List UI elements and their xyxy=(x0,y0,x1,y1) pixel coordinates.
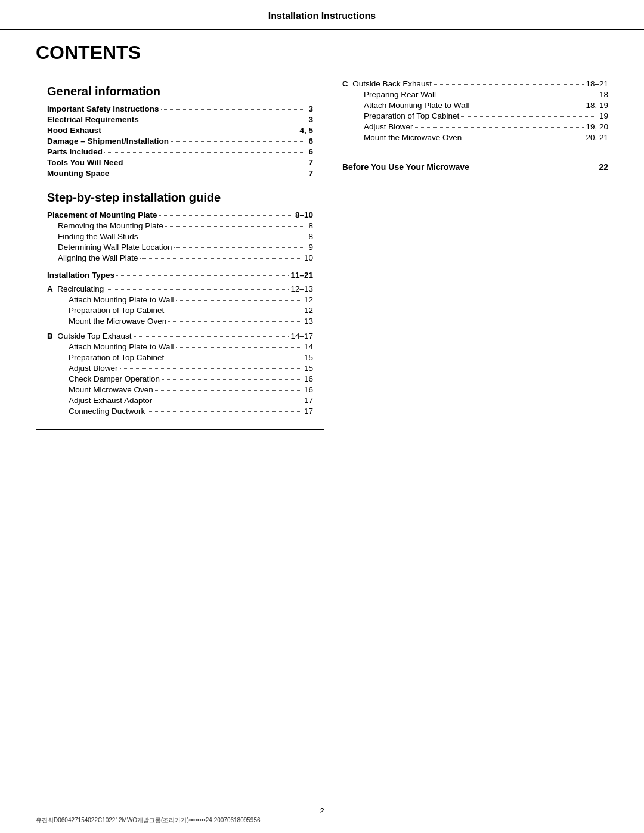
section-a-items: Attach Mounting Plate to Wall 12 Prepara… xyxy=(47,295,313,326)
rt-dots xyxy=(434,84,584,85)
toc-label: Hood Exhaust xyxy=(47,126,101,135)
toc-b-check-damper: Check Damper Operation 16 xyxy=(69,374,313,383)
installation-types-section: Installation Types 11–21 A Recirculating… xyxy=(47,271,313,416)
rt-dots xyxy=(471,106,584,106)
rt-label: Before You Use Your Microwave xyxy=(342,162,469,172)
toc-dots xyxy=(165,226,306,227)
toc-page: 3 xyxy=(308,115,313,124)
step-section: Step-by-step installation guide Placemen… xyxy=(47,191,313,416)
toc-dots xyxy=(166,358,302,358)
toc-page: 6 xyxy=(308,137,313,145)
toc-dots xyxy=(154,401,302,401)
toc-page: 12 xyxy=(304,306,313,315)
rt-page: 19, 20 xyxy=(586,122,608,131)
toc-page: 14–17 xyxy=(290,332,313,340)
toc-c-attach-plate: Attach Mounting Plate to Wall 18, 19 xyxy=(364,101,608,110)
toc-page: 16 xyxy=(304,385,313,394)
section-b: B Outside Top Exhaust 14–17 Attach Mount… xyxy=(47,332,313,416)
toc-page: 12 xyxy=(304,295,313,304)
toc-label: Attach Mounting Plate to Wall xyxy=(69,342,174,351)
toc-label: Mounting Space xyxy=(47,169,109,178)
toc-dots xyxy=(162,379,302,380)
contents-title: CONTENTS xyxy=(36,42,608,64)
rt-page: 18, 19 xyxy=(586,101,608,110)
toc-page: 3 xyxy=(308,104,313,113)
toc-label: Connecting Ductwork xyxy=(69,407,145,416)
toc-label: A Recirculating xyxy=(47,284,104,293)
toc-c-preparing-rear: Preparing Rear Wall 18 xyxy=(364,90,608,99)
toc-label: Aligning the Wall Plate xyxy=(58,253,138,262)
page-header: Installation Instructions xyxy=(0,0,644,30)
two-col-layout: General information Important Safety Ins… xyxy=(36,75,608,430)
toc-label: Preparation of Top Cabinet xyxy=(69,353,164,362)
toc-label: Electrical Requirements xyxy=(47,115,139,124)
toc-a-mount-oven: Mount the Microwave Oven 13 xyxy=(69,317,313,326)
toc-aligning-plate: Aligning the Wall Plate 10 xyxy=(58,253,313,262)
general-info-section: General information Important Safety Ins… xyxy=(47,85,313,178)
toc-label: Installation Types xyxy=(47,271,114,280)
toc-tools: Tools You Will Need 7 xyxy=(47,158,313,167)
toc-page: 16 xyxy=(304,374,313,383)
toc-placement: Placement of Mounting Plate 8–10 xyxy=(47,210,313,219)
rt-label: Attach Mounting Plate to Wall xyxy=(364,101,469,110)
toc-b-attach-plate: Attach Mounting Plate to Wall 14 xyxy=(69,342,313,351)
page-content: CONTENTS General information Important S… xyxy=(0,42,644,430)
left-column: General information Important Safety Ins… xyxy=(36,75,324,430)
toc-label: Removing the Mounting Plate xyxy=(58,221,163,230)
rt-label: Preparing Rear Wall xyxy=(364,90,436,99)
toc-label: Finding the Wall Studs xyxy=(58,232,138,241)
toc-hood-exhaust: Hood Exhaust 4, 5 xyxy=(47,126,313,135)
rt-dots xyxy=(438,95,597,95)
rt-dots xyxy=(415,127,584,128)
toc-c-mount-oven: Mount the Microwave Oven 20, 21 xyxy=(364,133,608,142)
toc-label: Preparation of Top Cabinet xyxy=(69,306,164,315)
toc-c-top-cabinet: Preparation of Top Cabinet 19 xyxy=(364,112,608,120)
toc-label: Adjust Blower xyxy=(69,364,118,373)
general-info-title: General information xyxy=(47,85,313,98)
toc-label: Damage – Shipment/Installation xyxy=(47,137,169,145)
toc-dots xyxy=(171,141,306,142)
toc-label: Check Damper Operation xyxy=(69,374,160,383)
toc-page: 10 xyxy=(304,253,313,262)
toc-finding-studs: Finding the Wall Studs 8 xyxy=(58,232,313,241)
toc-dots xyxy=(134,336,289,337)
page-header-title: Installation Instructions xyxy=(268,11,376,21)
toc-dots xyxy=(161,109,307,110)
toc-dots xyxy=(141,120,307,120)
toc-dots xyxy=(125,163,306,163)
toc-dots xyxy=(174,247,307,248)
toc-label: Placement of Mounting Plate xyxy=(47,210,157,219)
step-title: Step-by-step installation guide xyxy=(47,191,313,205)
toc-b-mount-oven: Mount Microwave Oven 16 xyxy=(69,385,313,394)
toc-label: Adjust Exhaust Adaptor xyxy=(69,396,152,405)
toc-page: 12–13 xyxy=(290,284,313,293)
toc-removing-plate: Removing the Mounting Plate 8 xyxy=(58,221,313,230)
toc-label: Mount the Microwave Oven xyxy=(69,317,166,326)
rt-dots xyxy=(471,168,597,168)
placement-items: Removing the Mounting Plate 8 Finding th… xyxy=(47,221,313,262)
toc-dots xyxy=(168,321,302,322)
toc-electrical: Electrical Requirements 3 xyxy=(47,115,313,124)
toc-label: Determining Wall Plate Location xyxy=(58,243,172,252)
toc-section-a-header: A Recirculating 12–13 xyxy=(47,284,313,293)
toc-c-adjust-blower: Adjust Blower 19, 20 xyxy=(364,122,608,131)
toc-dots xyxy=(116,275,289,276)
toc-dots xyxy=(155,390,302,391)
toc-dots xyxy=(176,300,302,301)
right-column: C Outside Back Exhaust 18–21 Preparing R… xyxy=(336,75,608,430)
toc-section-c-header: C Outside Back Exhaust 18–21 xyxy=(342,79,608,88)
toc-damage: Damage – Shipment/Installation 6 xyxy=(47,137,313,145)
toc-section-b-header: B Outside Top Exhaust 14–17 xyxy=(47,332,313,340)
rt-page: 20, 21 xyxy=(586,133,608,142)
toc-label: Important Safety Instructions xyxy=(47,104,159,113)
toc-page: 7 xyxy=(308,158,313,167)
toc-important-safety: Important Safety Instructions 3 xyxy=(47,104,313,113)
toc-a-attach-plate: Attach Mounting Plate to Wall 12 xyxy=(69,295,313,304)
rt-dots xyxy=(461,116,597,117)
toc-before-use: Before You Use Your Microwave 22 xyxy=(342,156,608,172)
toc-parts-included: Parts Included 6 xyxy=(47,147,313,156)
rt-label: Adjust Blower xyxy=(364,122,413,131)
toc-dots xyxy=(140,258,302,259)
rt-label: Mount the Microwave Oven xyxy=(364,133,462,142)
rt-page: 19 xyxy=(599,112,608,120)
